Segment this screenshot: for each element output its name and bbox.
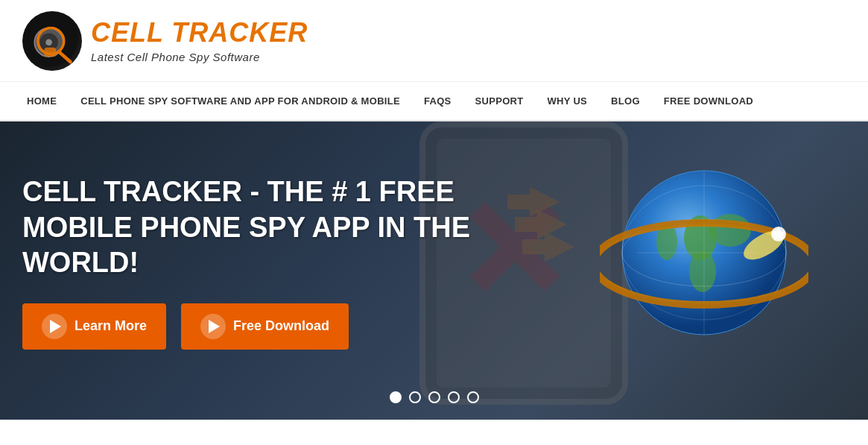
nav-item-nav-faqs: FAQS <box>412 82 463 120</box>
hero-dots <box>390 391 479 403</box>
nav-link-nav-freedownload[interactable]: FREE DOWNLOAD <box>652 82 765 120</box>
free-download-label: Free Download <box>233 318 329 334</box>
nav-link-nav-whyus[interactable]: WHY US <box>536 82 600 120</box>
hero-dot-3[interactable] <box>448 391 460 403</box>
logo[interactable]: CELL TRACKER Latest Cell Phone Spy Softw… <box>22 11 308 71</box>
logo-icon <box>22 11 82 71</box>
logo-text: CELL TRACKER Latest Cell Phone Spy Softw… <box>91 18 308 63</box>
nav-item-nav-freedownload: FREE DOWNLOAD <box>652 82 765 120</box>
nav-item-nav-blog: BLOG <box>599 82 652 120</box>
hero-buttons: Learn More Free Download <box>22 303 484 350</box>
nav-link-nav-software[interactable]: CELL PHONE SPY SOFTWARE AND APP FOR ANDR… <box>69 82 412 120</box>
hero-headline-line1: CELL TRACKER - THE # 1 FREE <box>22 176 454 207</box>
hero-headline: CELL TRACKER - THE # 1 FREE MOBILE PHONE… <box>22 174 484 281</box>
learn-more-label: Learn More <box>75 318 147 334</box>
svg-point-3 <box>45 39 52 45</box>
nav-item-nav-software: CELL PHONE SPY SOFTWARE AND APP FOR ANDR… <box>69 82 412 120</box>
globe-svg <box>600 156 808 364</box>
nav-link-nav-home[interactable]: HOME <box>15 82 69 120</box>
hero-dot-2[interactable] <box>428 391 440 403</box>
logo-subtitle: Latest Cell Phone Spy Software <box>91 51 308 63</box>
nav-item-nav-support: SUPPORT <box>463 82 536 120</box>
logo-title: CELL TRACKER <box>91 18 308 48</box>
hero-dot-0[interactable] <box>390 391 402 403</box>
hero-section: CELL TRACKER - THE # 1 FREE MOBILE PHONE… <box>0 121 868 420</box>
learn-more-play-icon <box>42 314 67 339</box>
hero-headline-line2: MOBILE PHONE SPY APP IN THE WORLD! <box>22 212 470 279</box>
free-download-play-icon <box>200 314 226 339</box>
logo-svg <box>26 15 78 67</box>
globe-container <box>600 156 808 364</box>
nav-item-nav-home: HOME <box>15 82 69 120</box>
hero-dot-4[interactable] <box>467 391 479 403</box>
nav-link-nav-blog[interactable]: BLOG <box>599 82 652 120</box>
hero-content: CELL TRACKER - THE # 1 FREE MOBILE PHONE… <box>22 174 484 350</box>
nav-item-nav-whyus: WHY US <box>536 82 600 120</box>
free-download-button[interactable]: Free Download <box>181 303 349 350</box>
svg-point-15 <box>709 214 751 247</box>
hero-dot-1[interactable] <box>409 391 421 403</box>
svg-rect-6 <box>45 47 57 56</box>
learn-more-button[interactable]: Learn More <box>22 303 166 350</box>
nav-link-nav-support[interactable]: SUPPORT <box>463 82 536 120</box>
nav-link-nav-faqs[interactable]: FAQS <box>412 82 463 120</box>
header: CELL TRACKER Latest Cell Phone Spy Softw… <box>0 0 868 82</box>
main-nav: HOMECELL PHONE SPY SOFTWARE AND APP FOR … <box>0 82 868 121</box>
